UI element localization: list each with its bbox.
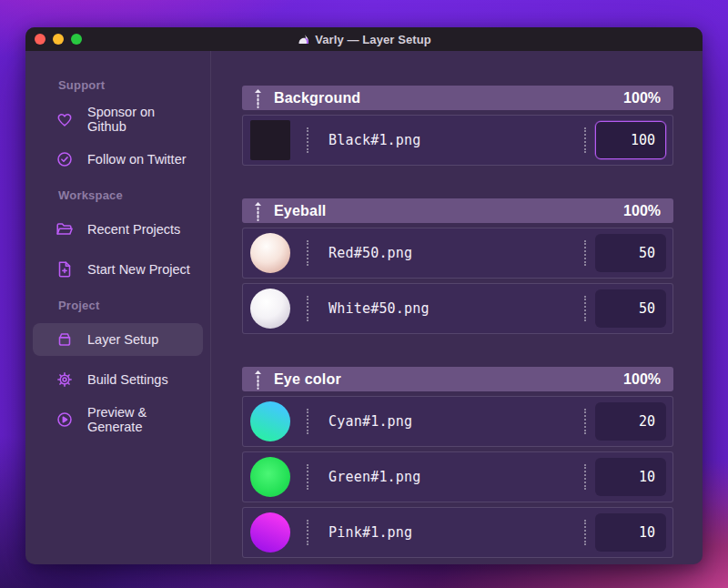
window-title-text: Varly — Layer Setup [315,33,431,46]
group-header-eyeball[interactable]: Eyeball100% [242,198,673,223]
drag-handle-icon[interactable] [254,370,262,390]
layer-group-eyeball: Eyeball100%Red#50.pngWhite#50.png [242,198,673,334]
group-header-background[interactable]: Background100% [242,86,673,110]
file-plus-icon [55,259,75,279]
dotted-separator [307,520,308,545]
layer-thumbnail [250,289,290,329]
layer-weight-input[interactable] [595,121,666,159]
folder-icon [55,219,75,239]
sidebar-item-label: Layer Setup [87,332,158,347]
layer-filename: Pink#1.png [329,524,412,541]
layer-thumbnail [250,401,290,441]
dotted-separator [307,409,308,434]
dotted-separator [584,127,586,153]
sidebar-item-sponsor-on-github[interactable]: Sponsor on Github [33,103,203,136]
dotted-separator [584,464,586,490]
sidebar-item-label: Follow on Twitter [87,152,187,167]
dotted-separator [307,240,308,266]
traffic-lights [35,34,82,45]
layer-filename: Cyan#1.png [329,413,412,430]
play-circle-icon [55,410,75,430]
group-weight: 100% [623,90,661,106]
sidebar: SupportSponsor on GithubFollow on Twitte… [25,51,211,564]
sidebar-item-preview-generate[interactable]: Preview & Generate [33,403,203,436]
heart-icon [55,109,75,129]
unicorn-icon [297,33,310,46]
sidebar-section-project: Project [58,299,203,312]
traffic-light-zoom[interactable] [71,34,82,45]
group-title: Eye color [274,371,341,388]
group-title: Background [274,90,360,106]
dotted-separator [584,240,586,266]
sidebar-item-label: Start New Project [87,262,190,277]
sidebar-item-layer-setup[interactable]: Layer Setup [33,323,203,356]
sidebar-item-build-settings[interactable]: Build Settings [33,363,203,396]
layer-row-green-1-png: Green#1.png [242,451,673,502]
desktop-background: Varly — Layer Setup SupportSponsor on Gi… [0,0,728,588]
titlebar: Varly — Layer Setup [25,27,703,51]
gear-icon [55,370,75,390]
layer-filename: Red#50.png [329,245,412,261]
dotted-separator [307,296,308,321]
layer-filename: White#50.png [329,300,430,317]
layer-weight-input[interactable] [595,402,666,441]
sidebar-section-workspace: Workspace [58,188,203,202]
dotted-separator [307,464,308,490]
layer-row-white-50-png: White#50.png [242,283,673,334]
layer-thumbnail [250,120,290,160]
dotted-separator [307,127,308,153]
sidebar-item-recent-projects[interactable]: Recent Projects [33,213,203,246]
layer-thumbnail [250,457,290,497]
badge-check-icon [55,149,75,169]
drag-handle-icon[interactable] [254,201,262,221]
sidebar-item-follow-on-twitter[interactable]: Follow on Twitter [33,143,203,176]
drag-handle-icon[interactable] [254,88,262,108]
window-title: Varly — Layer Setup [25,33,703,46]
sidebar-item-label: Sponsor on Github [87,105,192,134]
layer-group-background: Background100%Black#1.png [242,86,673,166]
layer-row-pink-1-png: Pink#1.png [242,507,673,558]
layer-group-eye-color: Eye color100%Cyan#1.pngGreen#1.pngPink#1… [242,367,673,558]
group-title: Eyeball [274,203,326,219]
sidebar-item-start-new-project[interactable]: Start New Project [33,253,203,286]
layer-row-black-1-png: Black#1.png [242,115,673,166]
layer-weight-input[interactable] [595,458,666,496]
sidebar-item-label: Build Settings [87,372,168,387]
group-header-eye-color[interactable]: Eye color100% [242,367,673,391]
dotted-separator [584,409,586,434]
layer-weight-input[interactable] [595,289,666,328]
sidebar-item-label: Preview & Generate [87,405,192,434]
group-weight: 100% [623,371,661,388]
layer-thumbnail [250,233,290,273]
layer-list: Background100%Black#1.pngEyeball100%Red#… [211,51,703,564]
traffic-light-close[interactable] [35,34,46,45]
archive-icon [55,329,75,350]
window-body: SupportSponsor on GithubFollow on Twitte… [25,51,703,564]
traffic-light-minimize[interactable] [53,34,64,45]
group-weight: 100% [623,203,661,219]
layer-weight-input[interactable] [595,513,666,552]
layer-filename: Green#1.png [329,469,421,485]
layer-weight-input[interactable] [595,234,666,272]
sidebar-item-label: Recent Projects [87,222,180,237]
app-window: Varly — Layer Setup SupportSponsor on Gi… [25,27,703,564]
layer-row-cyan-1-png: Cyan#1.png [242,396,673,447]
layer-filename: Black#1.png [329,132,421,148]
layer-row-red-50-png: Red#50.png [242,228,673,279]
dotted-separator [584,296,586,321]
dotted-separator [584,520,586,545]
layer-thumbnail [250,512,290,553]
sidebar-section-support: Support [58,78,203,92]
